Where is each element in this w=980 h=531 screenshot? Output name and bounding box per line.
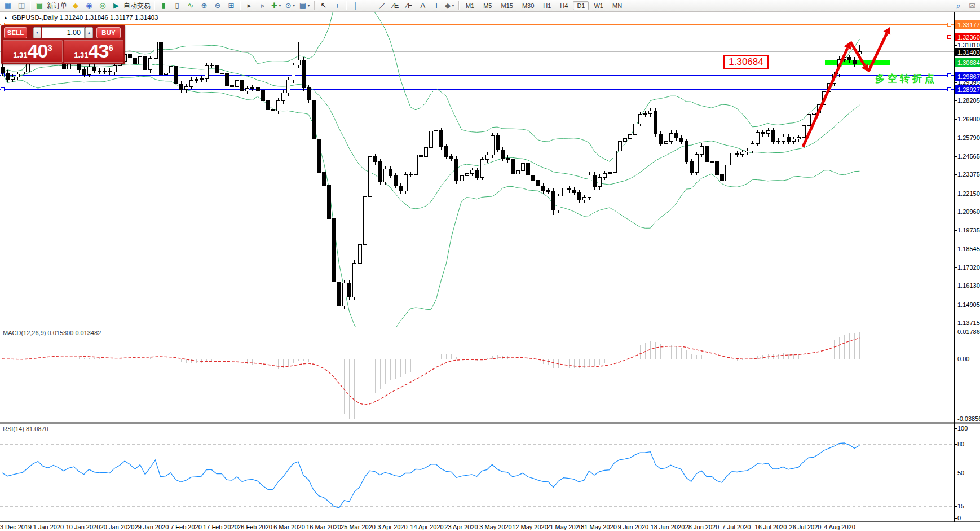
price-line-label: 1.29867 bbox=[955, 72, 980, 81]
candles-series bbox=[1, 40, 861, 317]
volume-down-button[interactable]: ▼ bbox=[33, 27, 41, 38]
chat-icon[interactable]: ✉ bbox=[966, 0, 978, 11]
charts-grid-icon[interactable]: ▦ bbox=[2, 0, 14, 11]
price-tick-label: 1.20960 bbox=[957, 208, 980, 215]
toolbar-separator bbox=[240, 1, 241, 10]
macd-axis-label: 0.00 bbox=[957, 356, 969, 362]
turning-point-annotation[interactable]: 多空转折点 bbox=[875, 72, 937, 85]
date-tick-label: 12 May 2020 bbox=[512, 524, 548, 530]
chart-canvas[interactable] bbox=[0, 0, 980, 531]
search-icon[interactable]: ⌕ bbox=[952, 0, 965, 11]
price-line-label: 1.31403 bbox=[955, 48, 980, 56]
periods-icon[interactable]: ⊙▼ bbox=[284, 0, 297, 11]
ask-price-display[interactable]: 1.31436 bbox=[64, 40, 123, 63]
bollinger-bands bbox=[2, 0, 859, 337]
tile-windows-icon[interactable]: ⊞ bbox=[225, 0, 237, 11]
price-tick-label: 1.23375 bbox=[957, 171, 980, 178]
fibonacci-icon[interactable]: ∕F bbox=[403, 0, 416, 11]
sell-button[interactable]: SELL bbox=[4, 27, 27, 38]
profile-icon[interactable]: ◫ bbox=[15, 0, 28, 11]
signals-icon[interactable]: ◎ bbox=[96, 0, 109, 11]
price-tick-label: 1.22150 bbox=[957, 190, 980, 197]
date-tick-label: 16 Mar 2020 bbox=[306, 524, 341, 530]
bar-chart-icon[interactable]: ▮ bbox=[157, 0, 170, 11]
rsi-axis-label: 100 bbox=[957, 425, 968, 432]
collapse-triangle-icon[interactable]: ▲ bbox=[3, 15, 8, 20]
candle-chart-icon[interactable]: ▯ bbox=[171, 0, 183, 11]
horizontal-line-icon[interactable]: — bbox=[363, 0, 375, 11]
bid-main: 40 bbox=[28, 41, 48, 60]
date-tick-label: 16 Jul 2020 bbox=[755, 524, 787, 530]
rsi-axis-label: 15 bbox=[957, 503, 964, 510]
date-tick-label: 26 Jul 2020 bbox=[789, 524, 822, 530]
price-line-label: 1.28927 bbox=[955, 85, 980, 94]
macd-axis-label: 0.017865 bbox=[957, 328, 980, 335]
trendline-icon[interactable]: ／ bbox=[376, 0, 389, 11]
toolbar-separator bbox=[154, 1, 155, 10]
volume-up-button[interactable]: ▲ bbox=[85, 27, 93, 38]
chart-shift-icon[interactable]: ▹ bbox=[257, 0, 269, 11]
date-tick-label: 1 Jan 2020 bbox=[33, 524, 64, 530]
ask-prefix: 1.31 bbox=[74, 51, 88, 59]
templates-icon[interactable]: ▤▼ bbox=[298, 0, 312, 11]
rsi-axis-label: 0 bbox=[957, 515, 961, 521]
date-tick-label: 3 Apr 2020 bbox=[377, 524, 407, 530]
date-tick-label: 21 May 2020 bbox=[546, 524, 582, 530]
buy-button[interactable]: BUY bbox=[96, 27, 121, 38]
indicators-icon[interactable]: ✚▼ bbox=[270, 0, 283, 11]
autotrading-button-label[interactable]: 自动交易 bbox=[123, 1, 151, 11]
ask-main: 43 bbox=[89, 41, 109, 60]
zoom-out-icon[interactable]: ⊖ bbox=[211, 0, 224, 11]
timeframe-button-h1[interactable]: H1 bbox=[539, 1, 555, 10]
chart-symbol-label: GBPUSD-,Daily bbox=[12, 14, 58, 21]
timeframe-button-h4[interactable]: H4 bbox=[556, 1, 572, 10]
price-line-label: 1.30684 bbox=[955, 58, 980, 67]
metaeditor-icon[interactable]: ◆ bbox=[69, 0, 82, 11]
price-tick-label: 1.24565 bbox=[957, 153, 980, 160]
date-tick-label: 10 Jan 2020 bbox=[66, 524, 100, 530]
date-tick-label: 3 May 2020 bbox=[479, 524, 511, 530]
date-tick-label: 9 Jun 2020 bbox=[618, 524, 648, 530]
shapes-icon[interactable]: ◆▼ bbox=[444, 0, 456, 11]
new-order-button[interactable]: ▤ bbox=[33, 0, 46, 11]
price-level-label[interactable]: 1.30684 bbox=[723, 55, 769, 69]
timeframe-button-m15[interactable]: M15 bbox=[497, 1, 517, 10]
timeframe-button-m5[interactable]: M5 bbox=[479, 1, 496, 10]
price-tick-label: 1.13715 bbox=[957, 319, 980, 326]
timeframe-button-mn[interactable]: MN bbox=[608, 1, 626, 10]
cursor-icon[interactable]: ↖ bbox=[317, 0, 330, 11]
date-tick-label: 6 Mar 2020 bbox=[273, 524, 305, 530]
line-chart-icon[interactable]: ∿ bbox=[184, 0, 197, 11]
timeframe-button-d1[interactable]: D1 bbox=[573, 1, 589, 10]
price-tick-label: 1.28205 bbox=[957, 97, 980, 104]
date-tick-label: 7 Feb 2020 bbox=[170, 524, 202, 530]
rsi-axis-label: 80 bbox=[957, 441, 964, 447]
text-label-icon[interactable]: T bbox=[430, 0, 443, 11]
community-icon[interactable]: ◉ bbox=[83, 0, 95, 11]
crosshair-icon[interactable]: ＋ bbox=[331, 0, 343, 11]
timeframe-button-m30[interactable]: M30 bbox=[518, 1, 538, 10]
trend-arrows[interactable] bbox=[803, 27, 890, 147]
toolbar-separator bbox=[30, 1, 31, 10]
price-tick-label: 1.14905 bbox=[957, 301, 980, 308]
price-tick-label: 1.26980 bbox=[957, 116, 980, 122]
autotrading-button[interactable]: ▶ bbox=[110, 0, 122, 11]
text-icon[interactable]: A bbox=[417, 0, 429, 11]
channel-icon[interactable]: ∕E bbox=[390, 0, 402, 11]
new-order-button-label[interactable]: 新订单 bbox=[47, 1, 67, 11]
volume-input[interactable] bbox=[42, 27, 85, 38]
bid-price-display[interactable]: 1.31403 bbox=[3, 40, 63, 63]
rsi-pane bbox=[0, 443, 954, 508]
timeframe-button-w1[interactable]: W1 bbox=[590, 1, 607, 10]
ask-sup: 6 bbox=[108, 43, 113, 52]
auto-scroll-icon[interactable]: ▸ bbox=[243, 0, 255, 11]
toolbar-separator bbox=[314, 1, 315, 10]
highlight-bar[interactable] bbox=[825, 60, 890, 65]
rsi-line bbox=[2, 443, 859, 508]
pane-separators[interactable] bbox=[0, 12, 980, 522]
zoom-in-icon[interactable]: ⊕ bbox=[198, 0, 210, 11]
date-tick-label: 20 Jan 2020 bbox=[100, 524, 135, 530]
date-tick-label: 14 Apr 2020 bbox=[410, 524, 443, 530]
vertical-line-icon[interactable]: ｜ bbox=[349, 0, 361, 11]
timeframe-button-m1[interactable]: M1 bbox=[462, 1, 478, 10]
